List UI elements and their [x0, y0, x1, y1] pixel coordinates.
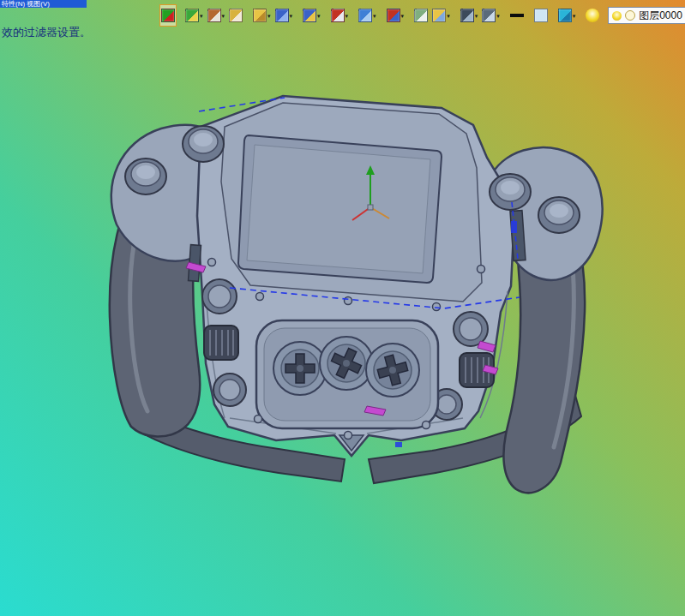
solid-box-icon-glyph	[275, 9, 289, 22]
exit-icon[interactable]	[159, 4, 177, 27]
exit-icon-glyph	[161, 9, 175, 22]
solid-box-icon-dropdown[interactable]: ▾	[290, 13, 293, 19]
pencil-icon[interactable]	[227, 4, 244, 27]
solid-box-icon[interactable]: ▾	[273, 4, 295, 27]
layer-visibility-bulb-icon[interactable]	[612, 11, 622, 21]
gear-icon[interactable]: ▾	[329, 4, 351, 27]
render-mode-icon[interactable]: ▾	[459, 4, 480, 27]
pencil-icon-glyph	[229, 9, 243, 22]
window-title-fragment: 特性(N) 视图(V)	[0, 0, 87, 8]
folder-blue-icon[interactable]: ▾	[357, 4, 378, 27]
open-folder-icon-glyph	[253, 9, 267, 22]
application-window: 特性(N) 视图(V) 效的过滤器设置。 ▾▾▾▾▾▾▾▾▾▾▾▾ 图层0000…	[0, 0, 685, 616]
open-folder-icon[interactable]: ▾	[251, 4, 273, 27]
window-layout-icon-dropdown[interactable]: ▾	[447, 13, 450, 19]
gear-icon-glyph	[331, 9, 345, 22]
display-monitor-icon[interactable]: ▾	[480, 4, 502, 27]
window-layout-icon-glyph	[432, 9, 446, 22]
layer-color-icon-glyph	[185, 9, 199, 22]
compass-icon-glyph	[387, 9, 400, 22]
brush-icon[interactable]: ▾	[206, 4, 227, 27]
wave-curve-icon[interactable]: ▾	[556, 4, 578, 27]
wave-curve-icon-glyph	[558, 9, 572, 22]
folder-blue-icon-glyph	[358, 9, 372, 22]
material-icon[interactable]: ▾	[301, 4, 322, 27]
layer-color-icon[interactable]: ▾	[183, 4, 205, 27]
layer-color-icon-dropdown[interactable]: ▾	[200, 13, 203, 19]
wave-curve-icon-dropdown[interactable]: ▾	[573, 13, 576, 19]
bulb-icon-glyph	[586, 9, 599, 22]
window-layout-icon[interactable]: ▾	[430, 4, 452, 27]
brush-icon-dropdown[interactable]: ▾	[222, 13, 225, 19]
open-folder-icon-dropdown[interactable]: ▾	[267, 13, 271, 19]
render-mode-icon-dropdown[interactable]: ▾	[475, 13, 478, 19]
filter-settings-hint: 效的过滤器设置。	[2, 25, 91, 40]
steering-wheel-model	[0, 0, 685, 616]
layer-state-icon	[625, 10, 635, 21]
material-icon-glyph	[303, 9, 316, 22]
gear-icon-dropdown[interactable]: ▾	[346, 13, 349, 19]
rotary-panel	[256, 320, 438, 428]
material-icon-dropdown[interactable]: ▾	[317, 13, 321, 19]
grid-window-icon[interactable]	[412, 4, 430, 27]
canvas-background-icon-glyph	[534, 9, 548, 22]
canvas-background-icon[interactable]	[532, 4, 550, 27]
compass-icon[interactable]: ▾	[385, 4, 406, 27]
render-mode-icon-glyph	[460, 9, 474, 22]
display-screen	[238, 135, 442, 283]
layer-name: 图层0000	[639, 9, 685, 23]
display-monitor-icon-dropdown[interactable]: ▾	[496, 13, 500, 19]
toolbar: ▾▾▾▾▾▾▾▾▾▾▾▾ 图层0000 ▾	[159, 4, 685, 27]
brush-icon-glyph	[207, 9, 221, 22]
grid-window-icon-glyph	[414, 9, 428, 22]
line-width-icon[interactable]	[508, 4, 526, 27]
compass-icon-dropdown[interactable]: ▾	[401, 13, 405, 19]
line-width-icon-glyph	[510, 9, 524, 22]
display-monitor-icon-glyph	[482, 9, 496, 22]
3d-viewport[interactable]	[0, 0, 685, 616]
toolbar-items: ▾▾▾▾▾▾▾▾▾▾▾▾	[159, 4, 601, 27]
bulb-icon[interactable]	[584, 4, 601, 27]
layer-select[interactable]: 图层0000 ▾	[608, 7, 685, 24]
folder-blue-icon-dropdown[interactable]: ▾	[373, 13, 376, 19]
